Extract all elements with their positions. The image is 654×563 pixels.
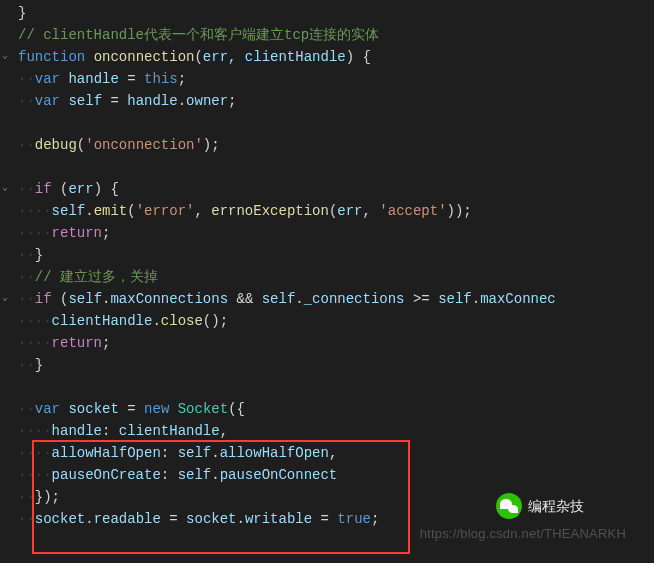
blank-line bbox=[18, 376, 654, 398]
code-line: } bbox=[18, 2, 654, 24]
code-line: ⌄··if (self.maxConnections && self._conn… bbox=[18, 288, 654, 310]
blank-line bbox=[18, 112, 654, 134]
wechat-icon bbox=[496, 493, 522, 519]
code-line: ····clientHandle.close(); bbox=[18, 310, 654, 332]
code-line: ⌄··if (err) { bbox=[18, 178, 654, 200]
code-line: ····return; bbox=[18, 222, 654, 244]
code-editor[interactable]: } // clientHandle代表一个和客户端建立tcp连接的实体 ⌄fun… bbox=[0, 0, 654, 530]
code-line: // clientHandle代表一个和客户端建立tcp连接的实体 bbox=[18, 24, 654, 46]
fold-icon[interactable]: ⌄ bbox=[2, 182, 14, 194]
code-line: ····handle: clientHandle, bbox=[18, 420, 654, 442]
code-line: ··} bbox=[18, 244, 654, 266]
code-line: ··// 建立过多，关掉 bbox=[18, 266, 654, 288]
code-line: ··var self = handle.owner; bbox=[18, 90, 654, 112]
wechat-badge: 编程杂技 bbox=[496, 493, 584, 519]
wechat-label: 编程杂技 bbox=[528, 495, 584, 517]
fold-icon[interactable]: ⌄ bbox=[2, 50, 14, 62]
code-line: ⌄function onconnection(err, clientHandle… bbox=[18, 46, 654, 68]
code-line: ··} bbox=[18, 354, 654, 376]
code-line: ··var socket = new Socket({ bbox=[18, 398, 654, 420]
code-line: ····pauseOnCreate: self.pauseOnConnect bbox=[18, 464, 654, 486]
fold-icon[interactable]: ⌄ bbox=[2, 292, 14, 304]
code-line: ··var handle = this; bbox=[18, 68, 654, 90]
code-line: ····self.emit('error', errnoException(er… bbox=[18, 200, 654, 222]
watermark-text: https://blog.csdn.net/THEANARKH bbox=[420, 523, 626, 545]
code-line: ····return; bbox=[18, 332, 654, 354]
blank-line bbox=[18, 156, 654, 178]
code-line: ··debug('onconnection'); bbox=[18, 134, 654, 156]
code-line: ····allowHalfOpen: self.allowHalfOpen, bbox=[18, 442, 654, 464]
